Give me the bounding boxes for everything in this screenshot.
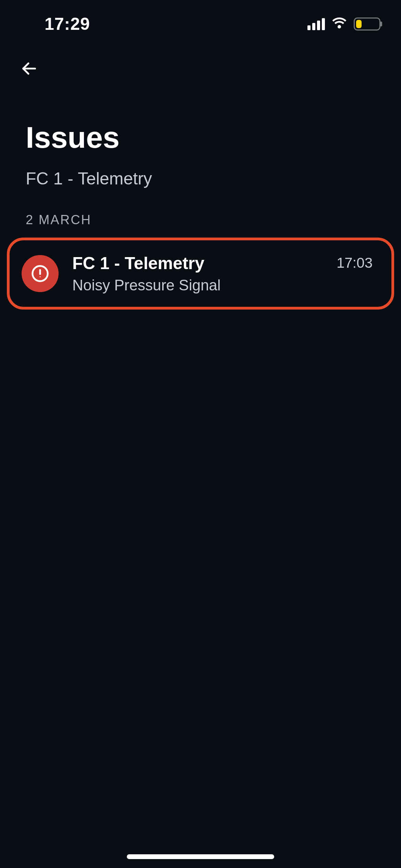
issues-list: 2 MARCH FC 1 - Telemetry Noisy Pressure …: [0, 213, 401, 310]
home-indicator: [127, 854, 274, 859]
alert-icon: [31, 264, 50, 283]
status-indicators: [307, 17, 380, 31]
date-section-label: 2 MARCH: [26, 213, 394, 227]
arrow-left-icon: [20, 60, 38, 77]
back-button[interactable]: [19, 58, 39, 79]
svg-point-3: [40, 276, 41, 277]
cellular-icon: [307, 18, 325, 30]
status-bar: 17:29: [0, 0, 401, 48]
nav-bar: [19, 58, 39, 79]
issue-body: FC 1 - Telemetry Noisy Pressure Signal: [72, 253, 323, 294]
issue-title: FC 1 - Telemetry: [72, 253, 323, 273]
page-subtitle: FC 1 - Telemetry: [26, 169, 375, 189]
page-title: Issues: [26, 120, 375, 155]
issue-description: Noisy Pressure Signal: [72, 277, 323, 294]
battery-icon: [354, 17, 380, 31]
alert-badge: [22, 255, 59, 292]
status-time: 17:29: [45, 14, 90, 34]
issue-time: 17:03: [337, 255, 373, 271]
page-header: Issues FC 1 - Telemetry: [26, 120, 375, 189]
wifi-icon: [331, 17, 348, 31]
issue-card[interactable]: FC 1 - Telemetry Noisy Pressure Signal 1…: [7, 238, 394, 310]
